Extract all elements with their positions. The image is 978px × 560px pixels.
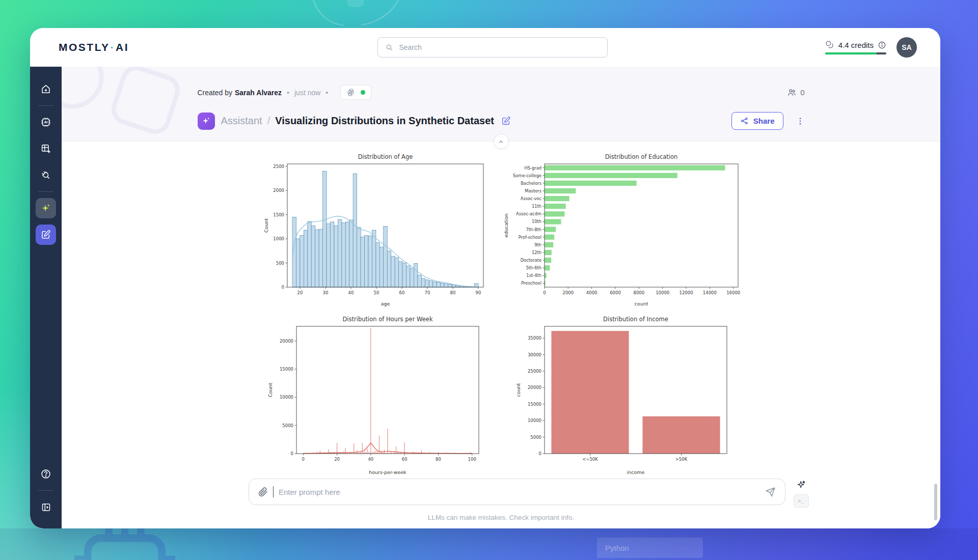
app-window: MOSTLY·AI 4.4 credits SA xyxy=(30,28,940,528)
dataset-new-icon xyxy=(40,143,51,154)
collapse-header-button[interactable] xyxy=(494,134,509,149)
svg-text:500: 500 xyxy=(276,260,284,265)
svg-text:0: 0 xyxy=(302,457,304,462)
title-row: Assistant / Visualizing Distributions in… xyxy=(198,112,805,130)
svg-text:HS-grad: HS-grad xyxy=(524,165,541,170)
paperclip-icon xyxy=(258,487,268,497)
svg-text:Distribution of Age: Distribution of Age xyxy=(358,153,413,160)
svg-text:35000: 35000 xyxy=(527,335,541,341)
credits-indicator[interactable]: 4.4 credits xyxy=(825,40,886,54)
svg-text:age: age xyxy=(381,301,390,306)
sidebar-item-datasets[interactable] xyxy=(36,138,56,159)
search-input[interactable] xyxy=(377,37,608,58)
svg-text:1500: 1500 xyxy=(273,212,284,217)
timestamp: just now xyxy=(294,89,320,97)
attach-button[interactable] xyxy=(258,487,268,497)
svg-text:2000: 2000 xyxy=(273,188,284,193)
svg-text:14000: 14000 xyxy=(702,290,716,295)
help-icon xyxy=(40,468,51,480)
svg-text:>50K: >50K xyxy=(675,457,687,462)
send-icon xyxy=(765,487,776,497)
more-options-button[interactable] xyxy=(796,117,805,126)
share-button[interactable]: Share xyxy=(731,112,783,130)
search-field[interactable] xyxy=(398,43,600,52)
avatar[interactable]: SA xyxy=(896,37,917,58)
topbar: MOSTLY·AI 4.4 credits SA xyxy=(30,28,940,67)
svg-text:hours-per-week: hours-per-week xyxy=(369,469,406,475)
svg-text:1st-4th: 1st-4th xyxy=(526,273,541,278)
svg-text:Distribution of Hours per Week: Distribution of Hours per Week xyxy=(342,316,432,323)
assistant-app-icon xyxy=(198,113,215,130)
svg-text:90: 90 xyxy=(476,290,481,295)
sidebar-item-connectors[interactable] xyxy=(36,165,56,185)
band-doodle xyxy=(62,67,194,141)
svg-text:5th-6th: 5th-6th xyxy=(526,265,541,270)
ai-chip-icon: AI xyxy=(40,117,51,128)
svg-text:11th: 11th xyxy=(531,204,541,209)
sidebar-divider xyxy=(38,490,53,491)
svg-text:10th: 10th xyxy=(531,219,541,224)
prompt-input[interactable]: Enter prompt here xyxy=(249,479,785,505)
cable-doodle xyxy=(301,0,413,26)
send-button[interactable] xyxy=(765,487,776,497)
svg-text:income: income xyxy=(627,469,644,475)
svg-text:<=50K: <=50K xyxy=(582,457,598,462)
svg-text:100: 100 xyxy=(468,457,476,462)
svg-text:Count: Count xyxy=(263,218,269,232)
svg-text:60: 60 xyxy=(401,457,407,462)
plug-icon xyxy=(40,170,51,181)
header-divider xyxy=(62,141,940,142)
svg-text:Distribution of Education: Distribution of Education xyxy=(605,153,677,160)
credits-label: 4.4 credits xyxy=(838,41,874,49)
chart-education-bars: HS-gradSome-collegeBachelorsMastersAssoc… xyxy=(499,149,749,310)
python-label: Python xyxy=(605,544,629,552)
svg-text:2500: 2500 xyxy=(273,163,284,169)
sidebar-collapse-toggle[interactable] xyxy=(36,497,56,517)
terminal-button[interactable]: >_ xyxy=(794,494,809,508)
svg-text:education: education xyxy=(503,213,509,237)
sparkle-icon xyxy=(201,116,211,126)
people-icon xyxy=(787,88,797,97)
svg-text:Prof-school: Prof-school xyxy=(518,234,541,239)
sidebar-item-home[interactable] xyxy=(36,79,56,99)
svg-text:70: 70 xyxy=(425,290,430,295)
search-icon xyxy=(385,43,393,51)
svg-text:Masters: Masters xyxy=(525,188,541,193)
svg-text:count: count xyxy=(515,383,521,397)
sidebar-item-help[interactable] xyxy=(36,464,56,484)
svg-text:80: 80 xyxy=(450,290,456,295)
svg-text:80: 80 xyxy=(436,457,441,462)
text-cursor xyxy=(273,486,274,497)
prompt-placeholder: Enter prompt here xyxy=(279,488,760,496)
prompt-row: Enter prompt here >_ xyxy=(198,479,805,508)
svg-text:Some-college: Some-college xyxy=(512,173,541,178)
breadcrumb-app[interactable]: Assistant xyxy=(221,115,262,127)
share-icon xyxy=(740,117,749,125)
svg-text:30000: 30000 xyxy=(527,352,541,357)
svg-text:0: 0 xyxy=(543,290,546,295)
mostly-ai-logo[interactable]: MOSTLY·AI xyxy=(59,41,129,53)
kebab-icon xyxy=(796,117,805,126)
info-icon[interactable] xyxy=(878,41,886,49)
viewers-badge: 0 xyxy=(787,88,804,97)
kernel-status-dot xyxy=(361,90,365,95)
svg-text:count: count xyxy=(634,301,648,306)
magic-prompt-button[interactable] xyxy=(796,480,806,490)
svg-text:Doctorate: Doctorate xyxy=(520,258,541,263)
svg-text:5000: 5000 xyxy=(282,423,293,428)
home-icon xyxy=(40,83,51,95)
meta-row: Created by Sarah Alvarez • just now • xyxy=(198,85,805,100)
scrollbar-thumb[interactable] xyxy=(934,484,937,520)
disclaimer-text: LLMs can make mistakes. Check important … xyxy=(62,508,940,528)
sidebar-item-assistant-active[interactable] xyxy=(36,198,56,218)
sidebar-item-models[interactable]: AI xyxy=(36,112,56,132)
kernel-status-pill[interactable] xyxy=(340,85,371,100)
main-area: Created by Sarah Alvarez • just now • xyxy=(62,67,940,528)
svg-text:5000: 5000 xyxy=(530,434,541,439)
sidebar-item-editor-active[interactable] xyxy=(36,225,56,245)
rename-button[interactable] xyxy=(501,116,511,126)
svg-text:12000: 12000 xyxy=(679,290,693,295)
logo-dot: · xyxy=(111,41,116,53)
svg-text:9th: 9th xyxy=(534,242,541,247)
coins-icon xyxy=(825,40,834,49)
